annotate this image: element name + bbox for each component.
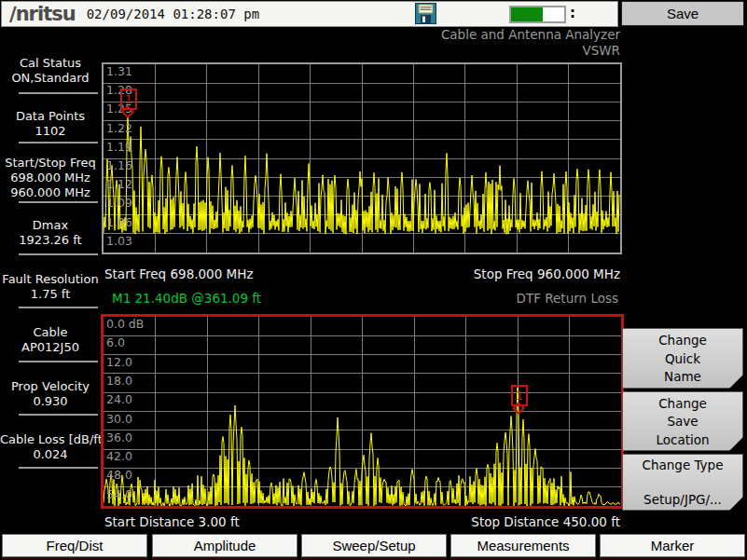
sidebar-item-cable-loss-db-ft-: Cable Loss [dB/ft]0.024 <box>0 432 101 462</box>
sidebar-item-value: 1102 <box>0 124 101 139</box>
sidebar-item-value: ON,Standard <box>0 71 101 86</box>
measurement-title: VSWR <box>582 43 620 58</box>
y-axis-tick-label: 1.12 <box>106 178 132 190</box>
y-axis-tick-label: 42.0 <box>106 450 132 462</box>
y-axis-tick-label: 1.19 <box>106 141 132 153</box>
y-axis-tick-label: 24.0 <box>106 393 132 405</box>
dtf-return-loss-chart: 0.0 dB6.012.018.024.030.036.042.048.054.… <box>101 314 624 509</box>
sidebar-item-label: Cable Loss [dB/ft] <box>0 432 101 447</box>
save-floppy-icon <box>415 3 436 24</box>
sidebar-item-value: 698.000 MHz <box>0 171 101 185</box>
menu-button-measurements[interactable]: Measurements <box>450 534 596 557</box>
y-axis-tick-label: 54.0 <box>106 488 132 500</box>
sidebar-divider <box>19 92 98 94</box>
sidebar-item-value: 0.930 <box>0 394 101 409</box>
dtf-mode-label: DTF Return Loss <box>517 291 618 306</box>
battery-colon: : <box>570 5 575 21</box>
sidebar-item-dmax: Dmax1923.26 ft <box>0 218 101 248</box>
sidebar-item-value: 0.024 <box>0 447 101 462</box>
sidebar-item-fault-resolution: Fault Resolution1.75 ft <box>0 272 101 302</box>
softkey-line: Save <box>623 414 742 429</box>
sidebar-item-prop-velocity: Prop Velocity0.930 <box>0 379 101 409</box>
softkey-change-save-location[interactable]: ChangeSaveLocation <box>622 391 743 451</box>
sidebar-divider <box>19 467 98 469</box>
y-axis-tick-label: 1.22 <box>106 122 132 134</box>
menu-button-marker[interactable]: Marker <box>600 534 745 557</box>
softkey-change-type[interactable]: Change TypeSetup/JPG/... <box>622 454 743 511</box>
y-axis-tick-label: 1.31 <box>106 65 132 77</box>
sidebar-item-label: Data Points <box>0 109 101 124</box>
y-axis-tick-label: 1.03 <box>106 235 132 247</box>
start-freq-label: Start Freq 698.000 MHz <box>104 266 253 281</box>
sidebar-divider <box>19 361 98 362</box>
sidebar-divider <box>19 307 98 308</box>
sidebar-item-value: 1.75 ft <box>0 287 101 302</box>
softkey-line: Location <box>623 432 742 447</box>
sidebar-divider <box>19 142 98 143</box>
sidebar-item-cal-status: Cal StatusON,Standard <box>0 56 101 86</box>
sidebar-item-label: Prop Velocity <box>0 379 101 394</box>
sidebar-item-value: AP012J50 <box>0 340 101 355</box>
sidebar-item-label: Cal Status <box>0 56 101 71</box>
menu-button-sweep-setup[interactable]: Sweep/Setup <box>301 534 447 557</box>
vswr-chart: 1.311.281.251.221.191.161.121.091.061.03… <box>102 62 622 254</box>
sidebar-item-value: 960.000 MHz <box>0 185 101 200</box>
anritsu-logo: ∕nritsu <box>9 3 76 25</box>
y-axis-tick-label: 36.0 <box>106 431 132 444</box>
app-title: Cable and Antenna Analyzer <box>441 27 620 42</box>
datetime-display: 02/09/2014 01:28:07 pm <box>87 7 259 21</box>
menu-button-freq-dist[interactable]: Freq/Dist <box>2 534 147 557</box>
sidebar-item-label: Fault Resolution <box>0 272 101 287</box>
start-distance-label: Start Distance 3.00 ft <box>104 514 240 529</box>
y-axis-tick-label: 1.16 <box>106 159 132 171</box>
softkey-line <box>623 475 742 490</box>
y-axis-tick-label: 6.0 <box>106 336 125 348</box>
y-axis-tick-label: 1.06 <box>106 216 132 228</box>
sidebar-divider <box>19 253 98 255</box>
softkey-line: Change <box>623 396 742 411</box>
save-button[interactable]: Save <box>621 1 744 26</box>
y-axis-tick-label: 12.0 <box>106 356 132 368</box>
stop-distance-label: Stop Distance 450.00 ft <box>471 514 620 529</box>
sidebar-item-value: 1923.26 ft <box>0 233 101 248</box>
sidebar-divider <box>19 414 98 416</box>
marker-m1-readout: M1 21.40dB @361.09 ft <box>112 291 261 306</box>
sidebar-item-label: Start/Stop Freq <box>0 156 101 171</box>
battery-fill-level <box>511 7 543 21</box>
softkey-line: Change Type <box>623 458 742 472</box>
battery-indicator <box>509 6 566 23</box>
y-axis-tick-label: 48.0 <box>106 469 132 481</box>
softkey-line: Setup/JPG/... <box>623 492 742 507</box>
y-axis-tick-label: 18.0 <box>106 375 132 387</box>
sidebar-item-label: Dmax <box>0 218 101 233</box>
softkey-line: Name <box>623 369 742 384</box>
sidebar-divider <box>19 201 98 203</box>
sidebar-item-label: Cable <box>0 325 101 340</box>
y-axis-tick-label: 1.09 <box>106 197 132 209</box>
menu-button-amplitude[interactable]: Amplitude <box>152 534 297 557</box>
sidebar-item-cable: CableAP012J50 <box>0 325 101 355</box>
sidebar-item-data-points: Data Points1102 <box>0 109 101 139</box>
softkey-line: Quick <box>623 351 742 366</box>
softkey-line: Change <box>623 333 742 348</box>
softkey-change-quick-name[interactable]: ChangeQuickName <box>622 328 743 389</box>
y-axis-tick-label: 30.0 <box>106 413 132 425</box>
y-axis-tick-label: 0.0 dB <box>106 318 144 330</box>
analyzer-screen: ∕nritsu 02/09/2014 01:28:07 pm : Save Ca… <box>0 0 747 560</box>
sidebar-item-start-stop-freq: Start/Stop Freq698.000 MHz960.000 MHz <box>0 156 101 200</box>
stop-freq-label: Stop Freq 960.000 MHz <box>474 266 620 281</box>
